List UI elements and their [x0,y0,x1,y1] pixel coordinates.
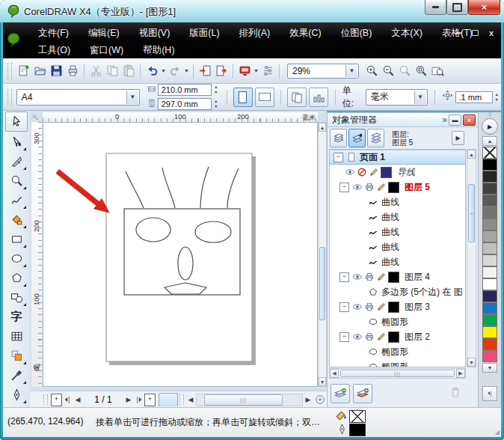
zoom-width-button[interactable] [429,63,446,79]
layer-color-swatch[interactable] [388,302,399,313]
layer-manager-view-button[interactable] [367,129,384,147]
menu-item-row2-1[interactable]: 窗口(W) [80,41,133,60]
palette-scroll-up-icon[interactable]: ▲ [482,136,497,146]
mdi-close-button[interactable]: x [485,28,498,38]
tree-vertical-scrollbar[interactable]: ▲ ≡ ▼ [467,149,476,367]
menu-item-6[interactable]: 位图(B) [331,24,382,43]
pagenav-drag-handle[interactable] [43,394,48,405]
window-close-button[interactable]: × [468,0,500,15]
zoom-out-button[interactable] [380,63,396,79]
color-swatch-#1B75BB[interactable] [482,302,497,314]
canvas-vscroll-thumb[interactable] [319,247,325,320]
canvas-vertical-scrollbar[interactable]: ▲ ▼ [318,122,327,387]
show-object-properties-button[interactable] [330,129,347,147]
scroll-up-icon[interactable]: ▲ [319,123,326,132]
color-swatch-#404040[interactable] [482,183,497,195]
palette-expand-icon[interactable]: ⏴| [482,386,497,401]
new-master-layer-button[interactable] [353,384,372,403]
property-bar-drag-handle[interactable] [7,89,12,106]
facing-pages-layout-button[interactable] [309,88,328,107]
panel-flyout-button[interactable]: ▶ [452,131,464,145]
visibility-eye-icon[interactable] [351,331,363,343]
layer-color-swatch[interactable] [388,182,399,193]
launcher-button[interactable] [236,63,253,79]
canvas-viewport[interactable] [43,122,318,387]
palette-drag-handle[interactable]: ⠿ [479,112,501,117]
zoom-tool[interactable] [6,171,27,190]
menu-item-3[interactable]: 版面(L) [179,24,229,43]
next-page-icon[interactable]: ▶ [123,394,134,406]
color-swatch-#E8380D[interactable] [482,338,497,350]
paper-size-select[interactable]: A4 ▼ [16,89,140,106]
zoom-level-select[interactable]: 29%▼ [287,64,359,79]
paper-width-field[interactable]: 210.0 mm [158,84,212,96]
pick-tool[interactable] [5,111,28,132]
scroll-down-icon[interactable]: ▼ [319,377,326,386]
window-minimize-button[interactable] [425,0,446,15]
tree-hscroll-thumb[interactable]: ||| [340,370,455,377]
tree-row-图层 3[interactable]: −图层 3 [330,299,465,314]
menu-item-1[interactable]: 编辑(E) [79,24,129,43]
scroll-right-icon[interactable]: ▶ [303,394,313,406]
print-enabled-icon[interactable] [363,301,375,313]
eyedropper-tool[interactable] [6,366,27,385]
color-swatch-#A6A6A6[interactable] [482,230,497,242]
zoom-actual-button[interactable] [396,63,413,79]
new-layer-button[interactable] [331,384,350,403]
color-swatch-#262626[interactable] [482,171,497,183]
scroll-up-icon[interactable]: ▲ [467,150,476,159]
polygon-tool[interactable] [6,269,27,287]
panel-close-button[interactable]: x [463,114,476,126]
scroll-left-icon[interactable]: ◀ [330,369,339,378]
all-pages-layout-button[interactable] [287,88,307,107]
crop-tool[interactable] [6,152,27,171]
text-tool[interactable]: 字 [6,308,27,326]
tree-object-曲线[interactable]: 曲线 [330,224,465,239]
tree-horizontal-scrollbar[interactable]: ◀ ||| ▶ [329,368,466,379]
last-page-icon[interactable]: |⏵ [134,394,144,406]
menu-item-row2-0[interactable]: 工具(O) [28,41,80,60]
landscape-orientation-button[interactable] [255,88,274,107]
import-button[interactable] [197,63,213,79]
edit-pencil-icon[interactable] [375,181,387,193]
print-button[interactable] [64,63,81,79]
tree-object-椭圆形[interactable]: 椭圆形 [330,359,465,367]
scroll-left-icon[interactable]: ◀ [185,394,196,406]
add-page-before-button[interactable]: + [51,394,62,406]
layer-color-swatch[interactable] [388,331,399,343]
edit-pencil-icon[interactable] [375,271,387,283]
resize-grip[interactable]: ◢ [495,429,500,436]
layer-color-swatch[interactable] [381,167,392,178]
scroll-right-icon[interactable]: ▶ [456,369,465,378]
palette-scroll-down-icon[interactable]: ▼ [482,363,497,373]
tree-object-曲线[interactable]: 曲线 [330,210,465,224]
undo-button[interactable] [144,63,160,79]
window-maximize-button[interactable] [446,0,468,15]
panel-minimize-button[interactable]: ▬ [449,114,461,126]
color-swatch-#29235C[interactable] [482,290,497,302]
mdi-minimize-button[interactable] [452,28,465,38]
new-button[interactable] [15,63,31,79]
scroll-down-icon[interactable]: ▼ [467,358,476,367]
open-button[interactable] [31,63,48,79]
horizontal-ruler[interactable]: 0 100 200 毫米 [43,112,318,122]
rectangle-tool[interactable] [6,230,27,248]
paste-button[interactable] [120,63,137,79]
print-enabled-icon[interactable] [363,181,375,193]
expand-collapse-icon[interactable]: − [339,332,349,342]
tree-row-图层 5[interactable]: −图层 5 [330,180,465,195]
menu-item-7[interactable]: 文本(X) [381,24,432,43]
tree-object-曲线[interactable]: 曲线 [330,254,465,269]
edit-pencil-icon[interactable] [375,331,387,343]
color-swatch-#595959[interactable] [482,195,497,207]
right-eye-ellipse[interactable] [195,221,231,242]
color-swatch-#BFBFBF[interactable] [482,242,497,254]
expand-collapse-icon[interactable]: − [339,302,349,312]
redo-dropdown-icon[interactable]: ▼ [183,63,190,79]
fill-color-swatch[interactable] [349,410,366,423]
outline-tool[interactable] [6,385,27,404]
color-swatch-#8C8C8C[interactable] [482,219,497,230]
tree-object-曲线[interactable]: 曲线 [330,239,465,254]
color-swatch-#FFFFFF[interactable] [482,278,497,290]
zoom-in-button[interactable] [363,63,380,79]
